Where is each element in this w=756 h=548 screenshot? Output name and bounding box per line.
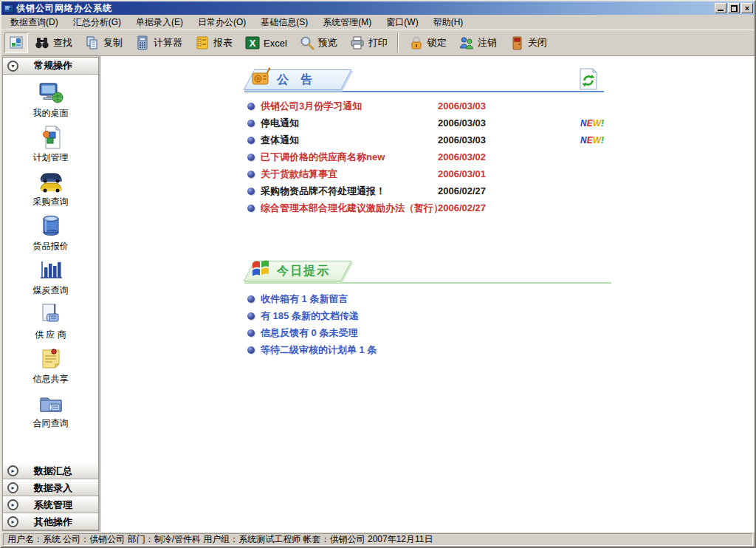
close-app-button[interactable]: 关闭 — [503, 32, 553, 53]
tips-divider — [244, 282, 611, 284]
menu-item-summary-analysis[interactable]: 汇总分析(G) — [66, 15, 128, 30]
excel-icon: X — [244, 35, 261, 50]
announcements-banner: 公 告 — [249, 69, 346, 90]
restore-icon — [731, 5, 738, 12]
menu-item-help[interactable]: 帮助(H) — [426, 15, 471, 30]
bullet-icon — [247, 103, 255, 110]
excel-button[interactable]: X Excel — [238, 32, 293, 53]
arrow-right-icon: ▸ — [7, 482, 18, 493]
lock-button[interactable]: 锁定 — [402, 32, 453, 53]
sidebar-item-coal-query[interactable]: 煤炭查询 — [33, 257, 69, 297]
copy-button[interactable]: 复制 — [78, 32, 128, 53]
sidebar-section-other-operations[interactable]: ▸ 其他操作 — [3, 513, 98, 530]
sidebar-section-common-operations[interactable]: ▾ 常规操作 — [3, 58, 98, 75]
sidebar-item-supplier[interactable]: 供 应 商 — [35, 301, 66, 341]
report-label: 报表 — [213, 36, 233, 49]
announcements-section: 公 告 供销公司3月份学 — [244, 66, 604, 216]
excel-label: Excel — [264, 38, 287, 49]
announcement-row: 停电通知 2006/03/03 NEW! — [244, 114, 604, 131]
refresh-icon[interactable] — [579, 68, 598, 90]
menu-item-document-entry[interactable]: 单据录入(E) — [128, 15, 190, 30]
bullet-icon — [247, 295, 255, 303]
sidebar-item-purchase-query[interactable]: 采购查询 — [33, 168, 69, 208]
lock-icon — [408, 35, 425, 50]
close-button[interactable]: × — [741, 3, 753, 13]
menu-item-daily-office[interactable]: 日常办公(O) — [190, 15, 253, 30]
tips-title: 今日提示 — [277, 264, 330, 279]
sidebar-item-plan-management[interactable]: 计划管理 — [33, 124, 69, 164]
desktop-icon — [37, 80, 65, 106]
tip-link[interactable]: 收件箱有 1 条新留言 — [261, 292, 348, 306]
tip-link[interactable]: 信息反馈有 0 条未受理 — [261, 326, 357, 340]
announcement-link[interactable]: 已下调价格的供应商名称new — [261, 151, 438, 164]
sidebar: ▾ 常规操作 我的桌面 — [1, 56, 100, 532]
printer-icon — [349, 35, 365, 50]
menu-item-data-query[interactable]: 数据查询(D) — [3, 15, 66, 30]
announcements-list: 供销公司3月份学习通知 2006/03/03 停电通知 2006/03/03 N… — [244, 97, 604, 216]
arrow-right-icon: ▸ — [7, 516, 18, 527]
tip-link[interactable]: 有 185 条新的文档传递 — [261, 309, 359, 323]
find-button[interactable]: 查找 — [28, 32, 78, 53]
announcement-link[interactable]: 采购物资品牌不符处理通报！ — [261, 185, 438, 198]
status-text: 用户名：系统 公司：供销公司 部门：制冷/管件科 用户组：系统测试工程师 帐套：… — [3, 533, 753, 546]
preview-button[interactable]: 预览 — [293, 32, 343, 53]
chevron-down-icon[interactable]: ▾ — [7, 61, 18, 72]
bullet-icon — [247, 346, 255, 354]
sidebar-item-info-sharing[interactable]: 信息共享 — [33, 346, 69, 386]
logout-button[interactable]: 注销 — [453, 32, 503, 53]
announcements-title: 公 告 — [277, 72, 317, 88]
calculator-button[interactable]: 计算器 — [128, 32, 188, 53]
announcement-row: 已下调价格的供应商名称new 2006/03/02 — [244, 148, 604, 165]
announcements-divider — [244, 91, 604, 92]
bullet-icon — [247, 329, 255, 337]
restore-button[interactable] — [728, 3, 740, 13]
svg-text:X: X — [250, 38, 256, 49]
announcement-date: 2006/03/03 — [438, 100, 526, 112]
menu-item-system-management[interactable]: 系统管理(M) — [315, 15, 379, 30]
tip-link[interactable]: 等待二级审核的计划单 1 条 — [261, 343, 377, 357]
sidebar-item-goods-quotation[interactable]: 货品报价 — [33, 213, 69, 253]
menu-bar: 数据查询(D) 汇总分析(G) 单据录入(E) 日常办公(O) 基础信息(S) … — [1, 15, 755, 30]
toolbar: 查找 复制 计算器 — [1, 30, 755, 56]
bullet-icon — [247, 188, 255, 195]
print-label: 打印 — [368, 36, 388, 49]
announcement-row: 综合管理本部合理化建议激励办法（暂行） 2006/02/27 — [244, 199, 604, 216]
print-button[interactable]: 打印 — [343, 32, 394, 53]
announcement-link[interactable]: 查体通知 — [261, 134, 438, 147]
sidebar-item-my-desktop[interactable]: 我的桌面 — [33, 80, 69, 120]
barrel-icon — [37, 213, 65, 239]
supplier-icon — [36, 301, 64, 328]
tip-row: 有 185 条新的文档传递 — [244, 307, 611, 324]
barchart-icon — [37, 257, 65, 284]
magnifier-icon — [299, 35, 315, 50]
announcement-link[interactable]: 停电通知 — [261, 117, 438, 130]
announcement-link[interactable]: 综合管理本部合理化建议激励办法（暂行） — [261, 202, 438, 215]
minimize-button[interactable] — [715, 3, 726, 13]
bullet-icon — [247, 205, 255, 212]
sidebar-section-system-management[interactable]: ▸ 系统管理 — [3, 496, 98, 513]
note-icon — [37, 346, 65, 372]
close-icon: × — [745, 4, 749, 13]
announcement-date: 2006/02/27 — [438, 185, 526, 196]
announcement-link[interactable]: 供销公司3月份学习通知 — [261, 100, 438, 113]
sidebar-item-contract-query[interactable]: 合同查询 — [33, 390, 69, 430]
menu-item-basic-info[interactable]: 基础信息(S) — [253, 15, 315, 30]
plan-icon — [37, 124, 65, 151]
bullet-icon — [247, 137, 255, 144]
copy-label: 复制 — [103, 36, 123, 49]
sidebar-items: 我的桌面 计划管理 — [3, 75, 98, 462]
binoculars-icon — [34, 35, 50, 50]
report-icon — [194, 35, 210, 50]
home-view-button[interactable] — [4, 32, 28, 53]
menu-item-window[interactable]: 窗口(W) — [379, 15, 425, 30]
calculator-icon — [134, 35, 151, 50]
bullet-icon — [247, 154, 255, 161]
tip-row: 信息反馈有 0 条未受理 — [244, 324, 611, 341]
sidebar-section-data-entry[interactable]: ▸ 数据录入 — [3, 479, 98, 496]
report-button[interactable]: 报表 — [188, 32, 238, 53]
preview-label: 预览 — [318, 36, 337, 49]
announcement-link[interactable]: 关于货款结算事宜 — [261, 168, 438, 181]
sidebar-section-data-summary[interactable]: ▸ 数据汇总 — [3, 462, 98, 479]
announcement-date: 2006/03/03 — [438, 117, 526, 129]
loudspeaker-icon — [250, 67, 272, 86]
